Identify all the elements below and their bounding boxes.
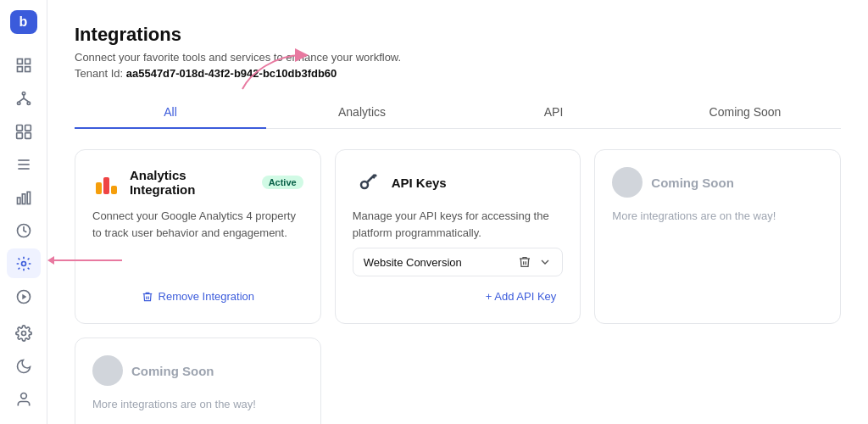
api-key-row: Website Conversion [353,248,564,276]
coming-soon-1-description: More integrations are on the way! [612,208,823,225]
sidebar-item-list[interactable] [7,150,41,180]
tab-coming-soon[interactable]: Coming Soon [649,97,841,129]
tenant-id-label: Tenant Id: [75,67,123,80]
coming-soon-2-icon [92,355,123,386]
app-logo[interactable]: b [10,10,37,34]
analytics-card-title: Analytics Integration [130,168,248,197]
tabs: All Analytics API Coming Soon [75,97,841,129]
active-badge: Active [262,176,303,189]
svg-rect-3 [25,67,30,72]
sidebar-item-grid[interactable] [7,51,41,81]
coming-soon-2-title: Coming Soon [131,364,214,378]
svg-rect-17 [17,198,19,204]
api-key-actions [518,255,552,269]
svg-point-26 [361,181,368,188]
svg-rect-10 [16,126,22,131]
tenant-id-value: aa5547d7-018d-43f2-b942-bc10db3fdb60 [126,67,337,80]
svg-point-6 [27,102,30,104]
delete-key-icon[interactable] [518,255,531,269]
sidebar-item-clock[interactable] [7,216,41,246]
svg-point-24 [21,331,25,335]
svg-line-9 [24,98,29,102]
svg-line-29 [373,176,375,178]
remove-integration-button[interactable]: Remove Integration [135,287,261,306]
main-content: Integrations Connect your favorite tools… [47,0,868,424]
add-api-key-button[interactable]: + Add API Key [479,287,563,306]
svg-point-4 [22,92,25,95]
svg-rect-0 [17,59,22,64]
sidebar-item-settings[interactable] [7,318,41,348]
svg-point-5 [17,102,19,104]
api-keys-card: API Keys Manage your API keys for access… [335,149,581,324]
remove-integration-label: Remove Integration [159,290,254,303]
coming-soon-1-title: Coming Soon [651,176,734,190]
analytics-card-description: Connect your Google Analytics 4 property… [92,208,303,273]
trash-icon [142,291,153,303]
analytics-card-footer: Remove Integration [92,287,303,306]
sidebar-item-play[interactable] [7,282,41,311]
svg-marker-23 [22,294,26,300]
svg-point-21 [21,261,25,265]
annotation-arrow [47,256,122,265]
svg-rect-11 [25,126,31,131]
sidebar-item-chart[interactable] [7,183,41,213]
svg-rect-12 [16,133,22,139]
sidebar-item-moon[interactable] [7,351,41,381]
tenant-id: Tenant Id: aa5547d7-018d-43f2-b942-bc10d… [75,67,841,80]
coming-soon-2-description: More integrations are on the way! [92,396,303,413]
coming-soon-card-1: Coming Soon More integrations are on the… [594,149,841,324]
api-card-description: Manage your API keys for accessing the p… [353,208,564,241]
cards-grid: Analytics Integration Active Connect you… [75,149,841,424]
page-title: Integrations [75,24,841,46]
page-subtitle: Connect your favorite tools and services… [75,51,841,64]
svg-rect-1 [25,59,30,64]
api-card-title: API Keys [392,176,447,190]
sidebar-item-user[interactable] [7,384,41,414]
key-icon [353,167,383,198]
sidebar-item-hierarchy[interactable] [7,84,41,114]
api-card-header: API Keys [353,167,564,198]
svg-rect-13 [25,133,31,139]
coming-soon-2-header: Coming Soon [92,355,303,386]
sidebar-item-components[interactable] [7,117,41,147]
sidebar: b [0,0,47,424]
analytics-card-header: Analytics Integration Active [92,167,303,198]
chevron-down-icon[interactable] [538,255,552,269]
svg-line-8 [19,98,24,102]
coming-soon-1-icon [612,167,643,198]
svg-rect-2 [17,67,22,72]
svg-rect-19 [27,192,30,204]
svg-line-28 [375,175,376,176]
tab-api[interactable]: API [458,97,649,129]
tab-analytics[interactable]: Analytics [266,97,458,129]
api-key-name: Website Conversion [364,256,462,269]
coming-soon-1-header: Coming Soon [612,167,823,198]
svg-rect-18 [22,194,25,204]
analytics-card: Analytics Integration Active Connect you… [75,149,321,324]
coming-soon-card-2: Coming Soon More integrations are on the… [75,338,321,424]
svg-point-25 [20,393,26,399]
analytics-icon [92,167,121,198]
sidebar-item-integration[interactable] [7,248,41,278]
tab-all[interactable]: All [75,97,266,129]
